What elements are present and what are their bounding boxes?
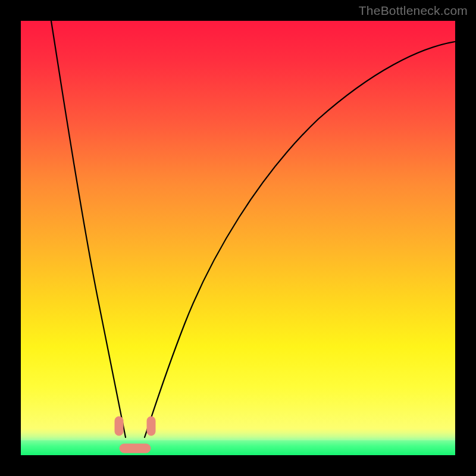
chart-stage: TheBottleneck.com: [0, 0, 476, 476]
plot-area: [21, 21, 455, 455]
watermark-label: TheBottleneck.com: [359, 4, 468, 18]
marker-left-cap: [115, 416, 123, 436]
optimal-zone-markers: [21, 21, 455, 455]
marker-right-cap: [147, 416, 155, 436]
marker-bottom-bar: [120, 444, 151, 453]
